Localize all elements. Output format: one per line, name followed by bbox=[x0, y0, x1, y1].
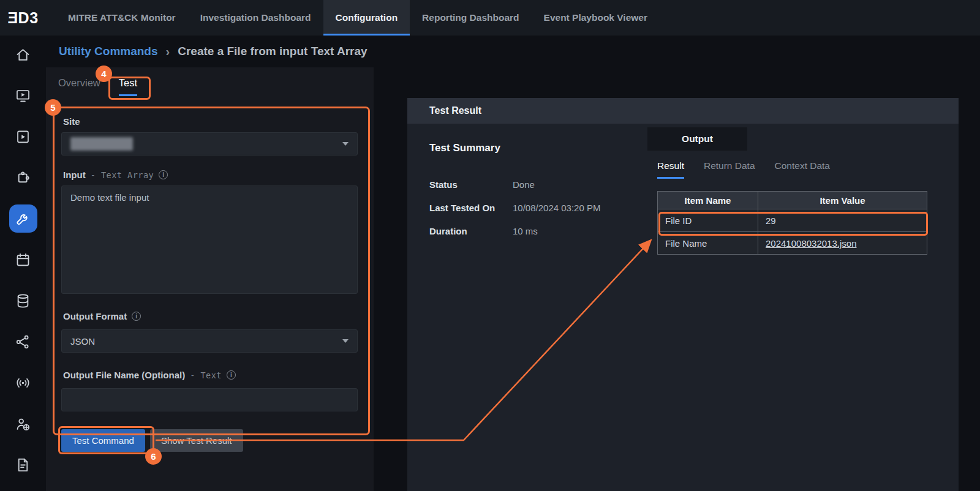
share-nodes-icon bbox=[15, 334, 31, 350]
sidebar-item-reports[interactable] bbox=[9, 451, 37, 479]
tab-test[interactable]: Test bbox=[119, 77, 137, 96]
test-command-button[interactable]: Test Command bbox=[61, 429, 145, 452]
nav-mitre-attack-monitor[interactable]: MITRE ATT&CK Monitor bbox=[56, 0, 188, 36]
output-file-name-input[interactable] bbox=[61, 388, 358, 411]
test-result-panel: Test Result Test Summary Status Done Las… bbox=[407, 98, 959, 491]
breadcrumb: Utility Commands › Create a File from in… bbox=[46, 36, 368, 67]
output-file-name-label: Output File Name (Optional) - Text bbox=[63, 370, 236, 380]
test-summary: Status Done Last Tested On 10/08/2024 03… bbox=[429, 173, 600, 242]
summary-row-duration: Duration 10 ms bbox=[429, 219, 600, 242]
output-format-label: Output Format bbox=[63, 311, 141, 321]
icon-sidebar bbox=[0, 36, 46, 491]
d3-logo: ƎD3 bbox=[0, 9, 46, 27]
input-label-text: Input bbox=[63, 170, 86, 180]
chevron-down-icon bbox=[342, 142, 349, 146]
sidebar-item-home[interactable] bbox=[9, 40, 37, 69]
tab-return-data[interactable]: Return Data bbox=[704, 160, 755, 179]
home-icon bbox=[15, 47, 31, 63]
top-nav-items: MITRE ATT&CK Monitor Investigation Dashb… bbox=[56, 0, 660, 36]
result-table: Item Name Item Value File ID 29 File Nam… bbox=[657, 191, 927, 255]
sidebar-item-users[interactable] bbox=[9, 410, 37, 438]
chevron-down-icon bbox=[342, 339, 349, 343]
info-icon[interactable] bbox=[227, 370, 236, 380]
test-summary-title: Test Summary bbox=[429, 142, 500, 154]
output-subtabs: Result Return Data Context Data bbox=[657, 160, 830, 179]
file-name-name-cell: File Name bbox=[658, 232, 758, 255]
column-header-item-name: Item Name bbox=[658, 192, 758, 209]
test-result-title: Test Result bbox=[429, 105, 481, 116]
input-type-suffix: - Text Array bbox=[91, 170, 154, 180]
tab-overview[interactable]: Overview bbox=[58, 77, 100, 96]
file-name-link[interactable]: 20241008032013.json bbox=[766, 238, 856, 249]
site-value-redacted bbox=[70, 137, 133, 151]
command-tabs: Overview Test bbox=[58, 77, 137, 96]
summary-row-status: Status Done bbox=[429, 173, 600, 196]
info-icon[interactable] bbox=[132, 312, 141, 321]
breadcrumb-utility-commands[interactable]: Utility Commands bbox=[59, 45, 158, 58]
monitor-play-icon bbox=[15, 88, 31, 104]
nav-configuration[interactable]: Configuration bbox=[323, 0, 410, 36]
puzzle-icon bbox=[15, 170, 31, 186]
status-value: Done bbox=[513, 179, 535, 190]
calendar-icon bbox=[15, 252, 31, 268]
output-file-type-suffix: - Text bbox=[190, 370, 222, 380]
sidebar-item-playbooks[interactable] bbox=[9, 122, 37, 151]
output-format-value: JSON bbox=[70, 336, 95, 347]
column-header-item-value: Item Value bbox=[758, 192, 927, 209]
sidebar-item-utilities[interactable] bbox=[9, 204, 37, 233]
show-test-result-button[interactable]: Show Test Result bbox=[150, 429, 243, 452]
test-result-header: Test Result bbox=[407, 98, 959, 124]
sidebar-item-schedule[interactable] bbox=[9, 246, 37, 274]
nav-event-playbook-viewer[interactable]: Event Playbook Viewer bbox=[532, 0, 660, 36]
chevron-right-icon: › bbox=[166, 45, 170, 59]
summary-label: Last Tested On bbox=[429, 203, 513, 213]
site-label-text: Site bbox=[63, 116, 80, 127]
info-icon[interactable] bbox=[159, 170, 168, 179]
playbook-play-icon bbox=[15, 129, 31, 145]
nav-investigation-dashboard[interactable]: Investigation Dashboard bbox=[188, 0, 323, 36]
broadcast-icon bbox=[15, 375, 31, 391]
file-name-value-cell: 20241008032013.json bbox=[758, 232, 927, 255]
page-title: Create a File from input Text Array bbox=[178, 45, 367, 58]
summary-label: Status bbox=[429, 179, 513, 190]
file-id-value-cell: 29 bbox=[758, 209, 927, 232]
site-select[interactable] bbox=[61, 132, 358, 156]
sidebar-item-data[interactable] bbox=[9, 287, 37, 315]
tab-output[interactable]: Output bbox=[647, 127, 747, 151]
top-nav: ƎD3 MITRE ATT&CK Monitor Investigation D… bbox=[0, 0, 980, 36]
last-tested-value: 10/08/2024 03:20 PM bbox=[513, 203, 600, 213]
tab-result[interactable]: Result bbox=[657, 160, 684, 179]
summary-label: Duration bbox=[429, 226, 513, 236]
output-format-label-text: Output Format bbox=[63, 311, 127, 321]
user-globe-icon bbox=[15, 416, 31, 432]
sidebar-item-broadcast[interactable] bbox=[9, 369, 37, 397]
duration-value: 10 ms bbox=[513, 226, 538, 236]
sidebar-item-integrations[interactable] bbox=[9, 163, 37, 192]
table-row-file-id: File ID 29 bbox=[658, 209, 927, 232]
database-icon bbox=[15, 293, 31, 309]
nav-reporting-dashboard[interactable]: Reporting Dashboard bbox=[410, 0, 531, 36]
summary-row-last-tested: Last Tested On 10/08/2024 03:20 PM bbox=[429, 196, 600, 219]
input-textarea[interactable]: Demo text file input bbox=[61, 186, 358, 294]
sidebar-item-connections[interactable] bbox=[9, 328, 37, 356]
document-edit-icon bbox=[15, 457, 31, 473]
table-row-file-name: File Name 20241008032013.json bbox=[658, 232, 927, 255]
site-label: Site bbox=[63, 116, 80, 127]
output-format-select[interactable]: JSON bbox=[61, 329, 358, 353]
file-id-name-cell: File ID bbox=[658, 209, 758, 232]
tab-context-data[interactable]: Context Data bbox=[775, 160, 830, 179]
wrench-icon bbox=[15, 211, 31, 227]
sidebar-item-monitor[interactable] bbox=[9, 81, 37, 110]
table-header-row: Item Name Item Value bbox=[658, 192, 927, 209]
input-label: Input - Text Array bbox=[63, 170, 168, 180]
command-test-panel: Overview Test Site Input - Text Array De… bbox=[46, 67, 374, 491]
form-buttons: Test Command Show Test Result bbox=[61, 429, 243, 452]
output-file-name-label-text: Output File Name (Optional) bbox=[63, 370, 185, 380]
